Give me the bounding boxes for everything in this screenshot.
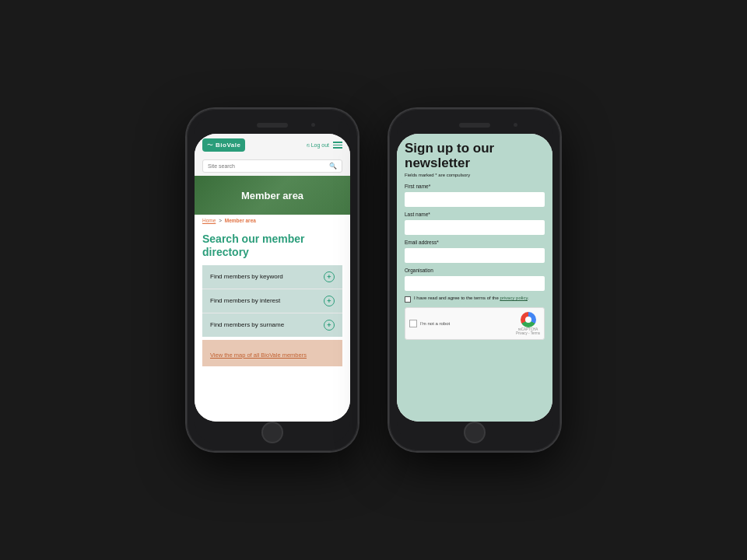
breadcrumb-home-link[interactable]: Home	[202, 218, 216, 223]
map-link[interactable]: View the map of all BioVale members	[210, 352, 307, 359]
recaptcha-right: reCAPTCHA Privacy - Terms	[516, 312, 540, 335]
privacy-policy-link[interactable]: privacy policy	[500, 296, 528, 300]
camera-dot-2	[514, 123, 517, 127]
search-options-list: Find members by keyword + Find members b…	[202, 265, 342, 337]
recaptcha-left: I'm not a robot	[409, 320, 450, 327]
privacy-checkbox-group: I have read and agree to the terms of th…	[405, 296, 545, 303]
privacy-label: I have read and agree to the terms of th…	[414, 296, 529, 302]
phone-top-bar-2	[397, 117, 552, 134]
logout-button[interactable]: ⎋ Log out	[307, 142, 329, 148]
recaptcha-widget[interactable]: I'm not a robot reCAPTCHA Privacy - Term…	[405, 307, 545, 340]
phone-bottom-bar-1	[195, 422, 350, 443]
logout-label: Log out	[311, 142, 329, 148]
phone-2: Sign up to our newsletter Fields marked …	[389, 109, 560, 451]
search-option-keyword-label: Find members by keyword	[210, 273, 283, 280]
organisation-label: Organisation	[405, 268, 545, 273]
camera-dot-1	[311, 123, 315, 127]
phone-bottom-bar-2	[397, 422, 552, 443]
email-label: Email address*	[405, 240, 545, 245]
form-group-lastname: Last name*	[405, 212, 545, 235]
form-group-firstname: First name*	[405, 184, 545, 207]
recaptcha-checkbox[interactable]	[409, 320, 417, 327]
form-group-email: Email address*	[405, 240, 545, 263]
phone-screen-2: Sign up to our newsletter Fields marked …	[397, 134, 552, 422]
hamburger-line-1	[333, 142, 342, 143]
search-wrapper: 🔍	[202, 159, 342, 173]
logout-icon: ⎋	[307, 142, 310, 148]
hero-banner: Member area	[195, 176, 350, 215]
search-input[interactable]	[208, 163, 326, 169]
hamburger-button[interactable]	[333, 142, 342, 149]
organisation-input[interactable]	[405, 276, 545, 291]
hero-title: Member area	[241, 190, 303, 201]
hamburger-line-3	[333, 147, 342, 149]
search-option-interest[interactable]: Find members by interest +	[202, 289, 342, 313]
phone-1: 〜 BioVale ⎋ Log out	[187, 109, 358, 451]
screen-content-2: Sign up to our newsletter Fields marked …	[397, 134, 552, 422]
logo-text: BioVale	[216, 142, 240, 149]
logo-wave-icon: 〜	[207, 141, 213, 149]
hamburger-line-2	[333, 145, 342, 146]
search-icon: 🔍	[329, 163, 337, 170]
phone1-nav: ⎋ Log out	[307, 142, 342, 149]
firstname-input[interactable]	[405, 192, 545, 207]
email-input[interactable]	[405, 248, 545, 263]
firstname-label: First name*	[405, 184, 545, 189]
newsletter-title: Sign up to our newsletter	[405, 142, 545, 170]
map-link-section: View the map of all BioVale members	[202, 340, 342, 366]
page-content: Search our member directory Find members…	[195, 226, 350, 422]
recaptcha-text: I'm not a robot	[420, 321, 450, 326]
home-button-2[interactable]	[464, 422, 486, 443]
form-group-organisation: Organisation	[405, 268, 545, 291]
lastname-label: Last name*	[405, 212, 545, 217]
search-bar: 🔍	[195, 156, 350, 176]
search-option-interest-label: Find members by interest	[210, 297, 280, 304]
breadcrumb: Home > Member area	[195, 215, 350, 226]
lastname-input[interactable]	[405, 220, 545, 235]
phone-top-bar-1	[195, 117, 350, 134]
recaptcha-policy: Privacy - Terms	[516, 331, 540, 335]
home-button-1[interactable]	[261, 422, 283, 443]
newsletter-screen: Sign up to our newsletter Fields marked …	[397, 134, 552, 422]
breadcrumb-current: Member area	[225, 218, 256, 223]
newsletter-subtitle: Fields marked * are compulsory	[405, 173, 545, 177]
expand-interest-icon: +	[324, 296, 335, 306]
phone1-header: 〜 BioVale ⎋ Log out	[195, 134, 350, 156]
search-option-surname[interactable]: Find members by surname +	[202, 313, 342, 337]
phone-screen-1: 〜 BioVale ⎋ Log out	[195, 134, 350, 422]
search-option-keyword[interactable]: Find members by keyword +	[202, 265, 342, 289]
page-title: Search our member directory	[202, 233, 342, 259]
search-option-surname-label: Find members by surname	[210, 321, 284, 328]
privacy-checkbox[interactable]	[405, 296, 411, 303]
screen-content-1: 〜 BioVale ⎋ Log out	[195, 134, 350, 422]
breadcrumb-separator: >	[219, 218, 222, 223]
recaptcha-logo-icon	[521, 312, 536, 327]
recaptcha-logo-inner	[525, 317, 531, 323]
expand-keyword-icon: +	[324, 271, 335, 282]
biovale-logo: 〜 BioVale	[202, 138, 245, 152]
expand-surname-icon: +	[324, 320, 335, 331]
